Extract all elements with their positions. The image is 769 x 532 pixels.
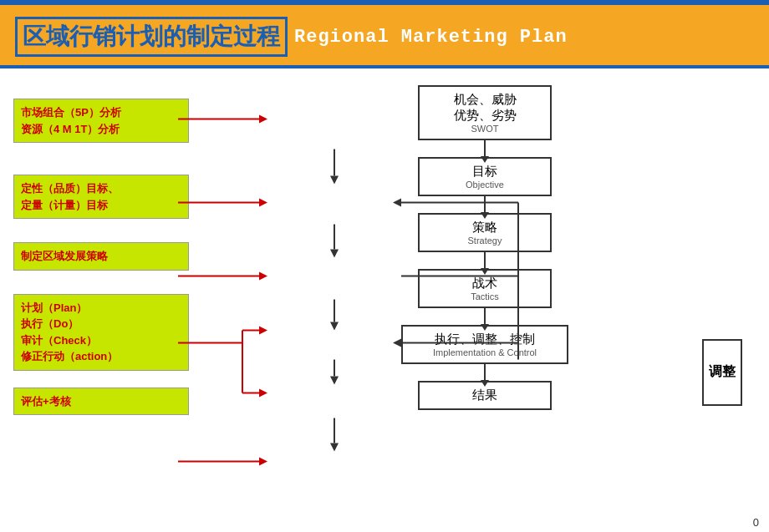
arrow-swot-obj: [484, 140, 486, 157]
svg-marker-1: [259, 115, 267, 124]
arrow-impl-result: [484, 364, 486, 381]
flow-box-swot: 机会、威胁 优势、劣势 SWOT: [418, 85, 552, 140]
svg-marker-5: [259, 272, 267, 281]
flow-diagram: 机会、威胁 优势、劣势 SWOT 目标 Objective 策略 Strateg…: [289, 79, 680, 524]
title-chinese: 区域行销计划的制定过程: [15, 17, 288, 57]
left-box-4: 计划（Plan） 执行（Do） 审计（Check） 修正行动（action）: [13, 294, 189, 371]
right-column: 调整: [689, 220, 756, 524]
left-box-1: 市场组合（5P）分析 资源（4 M 1T）分析: [13, 99, 189, 143]
arrow-obj-str: [484, 196, 486, 213]
arrow-tac-impl: [484, 308, 486, 325]
flow-box-implementation: 执行、调整、控制 Implementation & Control: [401, 325, 568, 364]
svg-marker-13: [259, 458, 267, 466]
left-box-5: 评估+考核: [13, 388, 189, 416]
svg-marker-9: [259, 327, 267, 335]
main-content: 市场组合（5P）分析 资源（4 M 1T）分析 定性（品质）目标、 定量（计量）…: [0, 68, 769, 532]
adjust-box: 调整: [702, 339, 742, 406]
flow-box-tactics: 战术 Tactics: [418, 269, 552, 308]
left-column: 市场组合（5P）分析 资源（4 M 1T）分析 定性（品质）目标、 定量（计量）…: [13, 79, 189, 524]
flow-box-objective: 目标 Objective: [418, 157, 552, 196]
svg-marker-11: [259, 389, 267, 398]
arrow-str-tac: [484, 252, 486, 269]
title-english: Regional Marketing Plan: [294, 27, 568, 48]
svg-marker-3: [259, 199, 267, 207]
left-box-2: 定性（品质）目标、 定量（计量）目标: [13, 175, 189, 219]
left-box-3: 制定区域发展策略: [13, 242, 189, 271]
title-area: 区域行销计划的制定过程 Regional Marketing Plan: [0, 8, 769, 65]
flow-box-strategy: 策略 Strategy: [418, 213, 552, 252]
page-number: 0: [753, 516, 759, 529]
